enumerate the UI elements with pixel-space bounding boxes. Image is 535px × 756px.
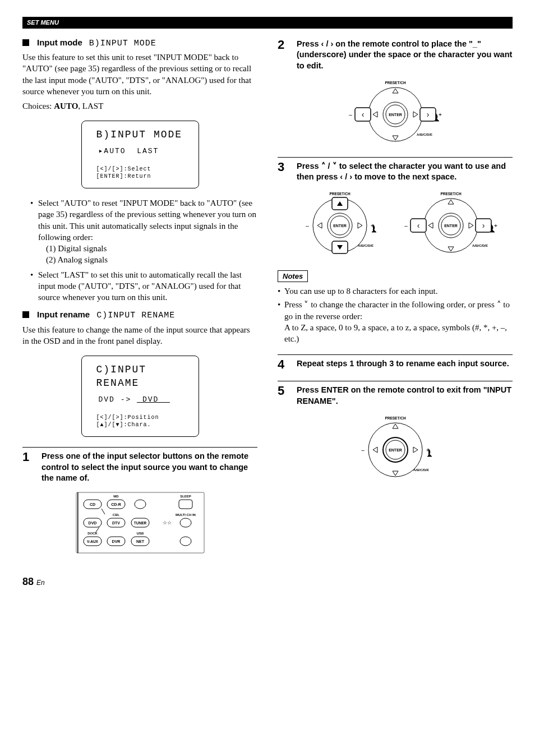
label-usb: USB (136, 532, 144, 535)
osd-hints: [<]/[>]:Select [ENTER]:Return (96, 166, 192, 180)
svg-text:ENTER: ENTER (333, 224, 347, 228)
dpad-leftright-diagram: PRESET/CH ENTER ‹ › – + A/B/C/D/E (400, 191, 501, 258)
choices-auto: AUTO (54, 102, 78, 110)
bullet-auto-text: Select "AUTO" to reset "INPUT MODE" back… (38, 199, 256, 242)
button-blank-1[interactable] (135, 500, 146, 509)
svg-point-21 (180, 537, 191, 546)
step-2-num: 2 (278, 39, 289, 51)
osd-line1: ▸AUTO LAST (99, 146, 192, 156)
svg-rect-7 (179, 500, 192, 509)
svg-text:CD: CD (89, 503, 95, 506)
button-blank-2[interactable] (180, 537, 191, 546)
svg-text:A/B/C/D/E: A/B/C/D/E (413, 468, 429, 472)
step-rule (278, 354, 513, 355)
choices-rest: , LAST (78, 102, 103, 110)
svg-text:ENTER: ENTER (389, 113, 402, 117)
label-dock: DOCK (87, 532, 98, 535)
step-5-num: 5 (278, 385, 289, 397)
svg-text:DVD: DVD (88, 521, 96, 525)
svg-text:–: – (361, 447, 365, 453)
svg-text:ENTER: ENTER (389, 448, 402, 452)
svg-text:PRESET/CH: PRESET/CH (385, 416, 406, 420)
note-1: You can use up to 8 characters for each … (278, 285, 513, 297)
step-4-text: Repeat steps 1 through 3 to rename each … (297, 358, 509, 370)
svg-text:PRESET/CH: PRESET/CH (385, 81, 406, 85)
svg-text:–: – (306, 223, 309, 229)
input-rename-label: Input rename (37, 310, 90, 319)
page: SET MENU Input mode B)INPUT MODE Use thi… (0, 0, 535, 611)
step-3-text: Press ˄ / ˅ to select the character you … (297, 161, 513, 183)
label-md: MD (113, 495, 119, 498)
button-net[interactable]: NET (131, 537, 149, 546)
page-number: 88 En (22, 575, 513, 588)
note-2-line2: A to Z, a space, 0 to 9, a space, a to z… (284, 323, 507, 343)
svg-text:›: › (426, 110, 429, 119)
step-rule (278, 381, 513, 381)
svg-text:NET: NET (136, 540, 145, 543)
step-1-text: Press one of the input selector buttons … (41, 451, 257, 484)
input-mode-desc: Use this feature to set this unit to res… (22, 52, 257, 97)
input-rename-osd-code: C)INPUT RENAME (96, 311, 175, 320)
svg-text:V-AUX: V-AUX (87, 540, 99, 543)
step-5: 5 Press ENTER on the remote control to e… (278, 385, 513, 407)
input-mode-choices: Choices: AUTO, LAST (22, 100, 257, 112)
page-num-value: 88 (22, 576, 34, 587)
osd-line1: DVD -> DVD (99, 395, 192, 405)
bullet-auto: Select "AUTO" to reset "INPUT MODE" back… (30, 197, 257, 266)
osd-title: C)INPUT RENAME (96, 363, 192, 390)
svg-text:‹: ‹ (361, 110, 364, 119)
svg-text:A/B/C/D/E: A/B/C/D/E (472, 244, 488, 247)
button-dtv[interactable]: DTV (107, 518, 125, 527)
label-sleep: SLEEP (180, 495, 191, 498)
bullet-square-icon (22, 39, 29, 46)
left-column: Input mode B)INPUT MODE Use this feature… (22, 36, 257, 558)
svg-text:DTV: DTV (112, 521, 120, 525)
step-rule (278, 157, 513, 158)
star-icon: ☆☆ (163, 520, 172, 525)
step-2-text: Press ‹ / › on the remote control to pla… (297, 39, 513, 72)
svg-text:–: – (404, 223, 408, 229)
button-dvd[interactable]: DVD (84, 518, 102, 527)
svg-text:TUNER: TUNER (133, 521, 146, 525)
button-cdr[interactable]: CD-R (107, 500, 125, 509)
step-2: 2 Press ‹ / › on the remote control to p… (278, 39, 513, 72)
button-vaux[interactable]: V-AUX (84, 537, 102, 546)
button-tuner[interactable]: TUNER (131, 518, 149, 527)
dpad-updown-diagram: PRESET/CH ENTER – + A/B/C/D/E (289, 191, 390, 258)
bullet-last: Select "LAST" to set this unit to automa… (30, 269, 257, 303)
bullet-square-icon (22, 311, 29, 318)
button-sleep[interactable] (179, 500, 192, 509)
section-header: SET MENU (22, 17, 513, 29)
dpad-diagram: PRESET/CH ENTER ‹ › – + A/B/C/D/E (345, 80, 446, 147)
remote-selector-diagram: MD CBL DOCK USB SLEEP MULTI CH IN CD CD-… (76, 492, 205, 554)
notes-list: You can use up to 8 characters for each … (278, 285, 513, 344)
page-num-lang: En (36, 579, 45, 587)
osd-hints: [<]/[>]:Position [▲]/[▼]:Chara. (96, 414, 192, 428)
chevron-up-icon: ˄ (497, 300, 501, 309)
input-mode-osd-code: B)INPUT MODE (89, 39, 156, 48)
osd-title: B)INPUT MODE (96, 128, 192, 141)
step-4: 4 Repeat steps 1 through 3 to rename eac… (278, 358, 513, 371)
svg-text:›: › (482, 221, 485, 230)
step-1-num: 1 (22, 451, 34, 463)
button-dvr[interactable]: DVR (107, 537, 125, 546)
notes-heading: Notes (278, 270, 308, 283)
step-rule (22, 447, 257, 448)
svg-text:CD-R: CD-R (111, 503, 121, 506)
svg-text:+: + (439, 112, 442, 118)
input-mode-bullets: Select "AUTO" to reset "INPUT MODE" back… (22, 197, 257, 303)
input-mode-label: Input mode (37, 38, 82, 47)
button-cd[interactable]: CD (84, 500, 102, 509)
button-multi[interactable] (180, 518, 191, 527)
svg-text:+: + (494, 223, 497, 229)
svg-text:A/B/C/D/E: A/B/C/D/E (358, 244, 373, 247)
svg-text:‹: ‹ (417, 221, 419, 230)
svg-text:–: – (349, 112, 352, 118)
step-3-num: 3 (278, 161, 289, 173)
step-1: 1 Press one of the input selector button… (22, 451, 257, 484)
input-rename-heading: Input rename C)INPUT RENAME (22, 308, 257, 321)
step-3: 3 Press ˄ / ˅ to select the character yo… (278, 161, 513, 183)
order-2: (2) Analog signals (38, 254, 257, 265)
svg-text:PRESET/CH: PRESET/CH (329, 192, 350, 196)
dpad-enter-diagram: PRESET/CH ENTER – + A/B/C/D/E (345, 415, 446, 482)
